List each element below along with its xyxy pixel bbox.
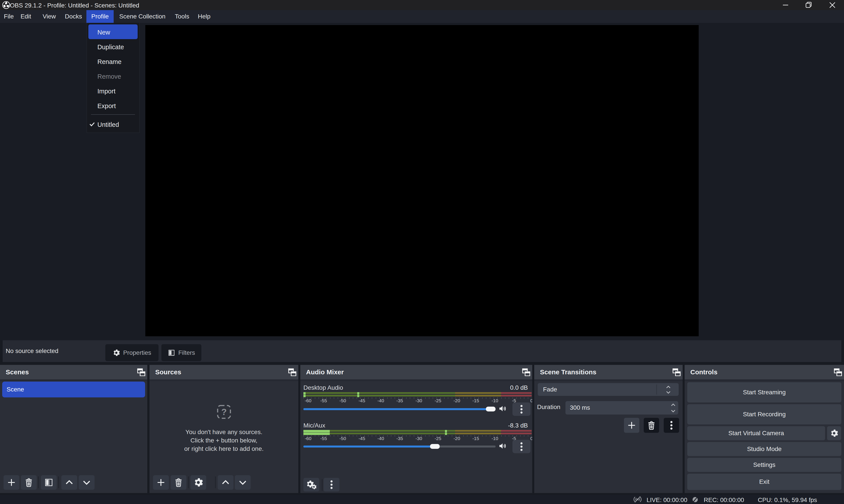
svg-text:?: ? [221,407,227,417]
